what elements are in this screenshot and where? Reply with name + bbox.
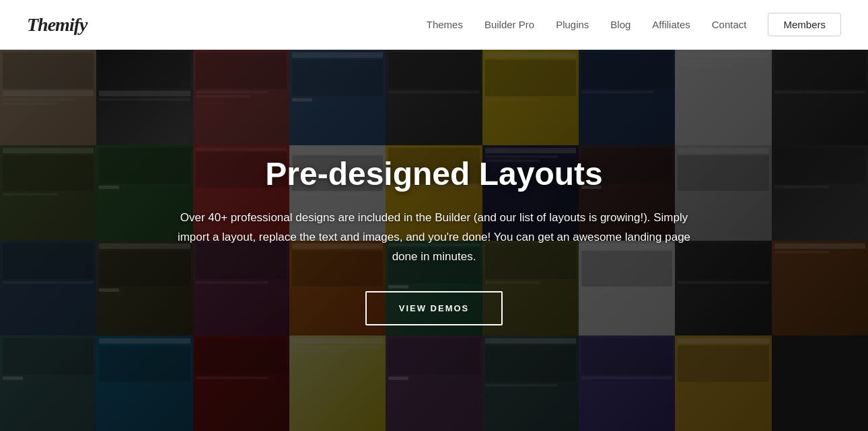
nav-builder-pro[interactable]: Builder Pro — [484, 19, 534, 30]
hero-section: Pre-designed Layouts Over 40+ profession… — [0, 50, 868, 431]
view-demos-button[interactable]: VIEW DEMOS — [365, 291, 503, 325]
nav-contact[interactable]: Contact — [712, 19, 747, 30]
hero-title: Pre-designed Layouts — [265, 155, 602, 192]
logo[interactable]: Themify — [27, 14, 87, 36]
header: Themify Themes Builder Pro Plugins Blog … — [0, 0, 868, 50]
main-nav: Themes Builder Pro Plugins Blog Affiliat… — [427, 13, 841, 36]
hero-description: Over 40+ professional designs are includ… — [165, 208, 703, 267]
nav-themes[interactable]: Themes — [427, 19, 463, 30]
nav-plugins[interactable]: Plugins — [556, 19, 589, 30]
nav-blog[interactable]: Blog — [610, 19, 630, 30]
hero-content: Pre-designed Layouts Over 40+ profession… — [0, 50, 868, 431]
nav-affiliates[interactable]: Affiliates — [652, 19, 690, 30]
members-button[interactable]: Members — [768, 13, 841, 36]
